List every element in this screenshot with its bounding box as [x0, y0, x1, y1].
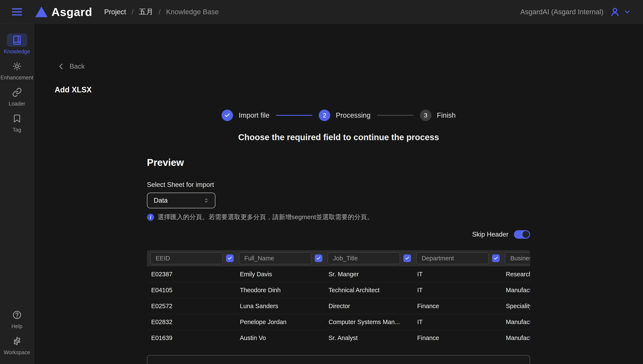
preview-title: Preview [147, 157, 184, 168]
cell-department: Finance [416, 303, 505, 310]
cell-full-name: Austin Vo [239, 334, 328, 342]
sidebar-item-help[interactable]: Help [7, 308, 27, 330]
check-icon [316, 256, 321, 260]
column-job-title: Job_Title [328, 252, 416, 264]
sidebar-item-label: Help [12, 323, 22, 330]
column-name-field[interactable]: EEID [150, 252, 223, 264]
step-1-circle [222, 110, 233, 121]
breadcrumb-separator: / [159, 8, 160, 16]
step-1-label: Import file [239, 111, 269, 119]
back-label: Back [70, 62, 85, 70]
sidebar-item-loader[interactable]: Loader [7, 86, 27, 107]
breadcrumb-separator: / [132, 8, 134, 16]
bookmark-icon [12, 114, 22, 123]
table-row: E02572 Luna Sanders Director Finance Spe… [147, 298, 530, 314]
cell-eeid: E02572 [150, 303, 239, 310]
cell-eeid: E01639 [150, 334, 239, 342]
sidebar-item-tag[interactable]: Tag [7, 112, 27, 133]
table-row: E02387 Emily Davis Sr. Manger IT Researc… [147, 266, 530, 282]
back-button[interactable]: Back [58, 62, 85, 70]
gear-icon [12, 336, 22, 346]
cell-business: Speciality [505, 303, 530, 310]
cell-job-title: Sr. Analyst [328, 334, 416, 342]
column-business: Business [505, 252, 530, 264]
step-finish: 3 Finish [420, 110, 456, 121]
step-3-label: Finish [437, 111, 456, 119]
sheet-select-value: Data [154, 197, 203, 204]
sun-icon [12, 61, 22, 71]
help-circle-icon [12, 310, 22, 320]
book-icon [12, 35, 22, 45]
page-title: Add XLSX [55, 85, 92, 94]
sidebar-item-workspace[interactable]: Workspace [4, 334, 30, 356]
identifier-field[interactable] [147, 355, 530, 364]
check-icon [224, 112, 230, 118]
skip-header-toggle[interactable] [514, 230, 530, 239]
sheet-hint: i 選擇匯入的分頁。若需要選取更多分頁，請新增segment並選取需要的分頁。 [147, 213, 373, 222]
hamburger-menu-icon[interactable] [12, 8, 22, 16]
cell-department: Finance [416, 334, 505, 342]
brand-logo[interactable]: Asgard [35, 5, 92, 18]
cell-full-name: Penelope Jordan [239, 318, 328, 326]
step-connector [377, 115, 413, 116]
table-row: E02832 Penelope Jordan Computer Systems … [147, 314, 530, 330]
triangle-logo-icon [35, 6, 48, 17]
column-checkbox[interactable] [226, 254, 234, 262]
column-name-field[interactable]: Job_Title [328, 252, 400, 264]
sidebar-item-label: Loader [9, 101, 25, 107]
breadcrumb: Project / 五月 / Knowledge Base [104, 7, 219, 16]
cell-full-name: Theodore Dinh [239, 287, 328, 294]
cell-department: IT [416, 287, 505, 294]
column-full-name: Full_Name [239, 252, 328, 264]
sheet-select[interactable]: Data [147, 192, 216, 208]
sheet-select-label: Select Sheet for import [147, 181, 214, 188]
step-3-circle: 3 [420, 110, 432, 121]
cell-job-title: Director [328, 303, 416, 310]
cell-eeid: E02387 [150, 271, 239, 278]
column-department: Department [416, 252, 505, 264]
account-name: AsgardAI (Asgard Internal) [520, 8, 603, 16]
chevron-left-icon [58, 63, 65, 70]
top-bar: Asgard Project / 五月 / Knowledge Base Asg… [0, 0, 643, 24]
column-checkbox[interactable] [315, 254, 322, 262]
sidebar-item-knowledge[interactable]: Knowledge [4, 34, 30, 54]
sidebar-item-label: Tag [13, 127, 21, 133]
check-icon [405, 256, 409, 260]
sidebar-item-label: Workspace [4, 349, 30, 356]
cell-eeid: E04105 [150, 287, 239, 294]
column-name-field[interactable]: Department [416, 252, 489, 264]
cell-business: Research [505, 271, 530, 278]
step-connector [276, 115, 312, 116]
table-header-row: EEID Full_Name Job_Title Department Busi… [147, 250, 530, 266]
sidebar-item-enhancement[interactable]: Enhancement [1, 60, 33, 81]
brand-name: Asgard [52, 5, 92, 18]
cell-job-title: Technical Architect [328, 287, 416, 294]
step-2-label: Processing [336, 111, 370, 119]
info-icon: i [147, 214, 154, 221]
column-eeid: EEID [150, 252, 239, 264]
column-name-field[interactable]: Full_Name [239, 252, 311, 264]
step-processing: 2 Processing [319, 110, 370, 121]
column-checkbox[interactable] [492, 254, 500, 262]
cell-department: IT [416, 271, 505, 278]
cell-job-title: Sr. Manger [328, 271, 416, 278]
table-row: E04105 Theodore Dinh Technical Architect… [147, 282, 530, 298]
user-icon[interactable] [610, 7, 620, 17]
cell-department: IT [416, 318, 505, 326]
main-content: Back Add XLSX Import file 2 Processing 3… [34, 24, 643, 364]
breadcrumb-project[interactable]: Project [104, 8, 126, 16]
skip-header-row: Skip Header [147, 230, 530, 239]
cell-job-title: Computer Systems Man... [328, 318, 416, 326]
cell-business: Manufacturing [505, 318, 530, 326]
check-icon [228, 256, 232, 260]
column-checkbox[interactable] [403, 254, 411, 262]
sidebar-item-label: Knowledge [4, 48, 30, 54]
toggle-knob [522, 231, 529, 238]
cell-eeid: E02832 [150, 318, 239, 326]
preview-table: EEID Full_Name Job_Title Department Busi… [147, 250, 530, 346]
sidebar: Knowledge Enhancement Loader Tag [0, 24, 34, 364]
chevron-down-icon[interactable] [623, 8, 631, 16]
breadcrumb-knowledge-base[interactable]: Knowledge Base [166, 8, 219, 16]
breadcrumb-month[interactable]: 五月 [139, 7, 153, 16]
column-name-field[interactable]: Business [505, 252, 530, 264]
